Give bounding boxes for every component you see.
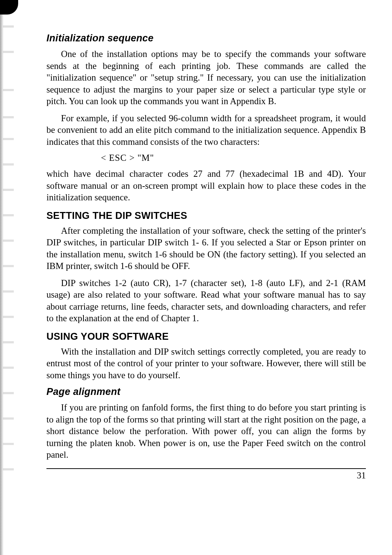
paragraph-text: DIP switches 1-2 (auto CR), 1-7 (charact… bbox=[46, 278, 366, 323]
heading-initialization-sequence: Initialization sequence bbox=[46, 33, 366, 44]
paragraph: For example, if you selected 96-column w… bbox=[46, 113, 366, 148]
paragraph-text: which have decimal character codes 27 an… bbox=[46, 169, 366, 202]
heading-page-alignment: Page alignment bbox=[46, 386, 366, 397]
heading-setting-dip-switches: SETTING THE DIP SWITCHES bbox=[46, 210, 366, 221]
paragraph: One of the installation options may be t… bbox=[46, 48, 366, 107]
page-content: Initialization sequence One of the insta… bbox=[46, 33, 366, 481]
paragraph-text: After completing the installation of you… bbox=[46, 226, 366, 271]
heading-using-your-software: USING YOUR SOFTWARE bbox=[46, 331, 366, 342]
page-number: 31 bbox=[46, 470, 366, 481]
paragraph-text: With the installation and DIP switch set… bbox=[46, 347, 366, 380]
paragraph: After completing the installation of you… bbox=[46, 225, 366, 272]
paragraph: DIP switches 1-2 (auto CR), 1-7 (charact… bbox=[46, 277, 366, 325]
paragraph: With the installation and DIP switch set… bbox=[46, 346, 366, 381]
footer-rule bbox=[46, 468, 366, 469]
paragraph: If you are printing on fanfold forms, th… bbox=[46, 402, 366, 461]
binding-marks bbox=[3, 0, 17, 555]
esc-code-line: < ESC > "M" bbox=[101, 153, 366, 163]
paragraph-text: One of the installation options may be t… bbox=[46, 49, 366, 106]
paragraph-text: For example, if you selected 96-column w… bbox=[46, 113, 366, 147]
paragraph-text: If you are printing on fanfold forms, th… bbox=[46, 403, 366, 460]
paragraph: which have decimal character codes 27 an… bbox=[46, 168, 366, 204]
